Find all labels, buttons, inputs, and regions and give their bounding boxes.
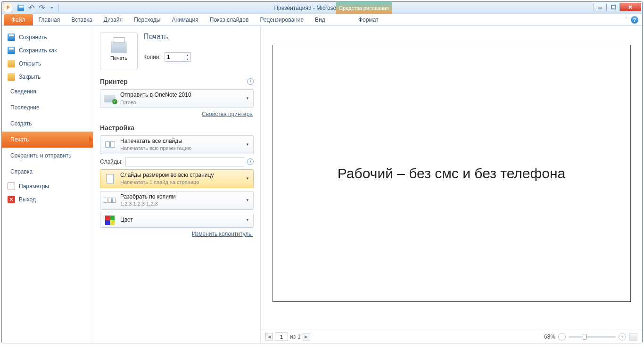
printer-name: Отправить в OneNote 2010 (120, 91, 242, 99)
tab-slideshow[interactable]: Показ слайдов (204, 15, 255, 25)
zoom-thumb[interactable] (583, 334, 586, 340)
prev-page-button[interactable]: ◀ (265, 333, 273, 340)
copies-label: Копии: (143, 54, 161, 60)
printer-section-header: Принтер (100, 78, 128, 85)
info-icon[interactable]: i (247, 78, 254, 85)
nav-options[interactable]: Параметры (2, 180, 93, 193)
window-controls (594, 3, 641, 11)
nav-exit[interactable]: ✕Выход (2, 193, 93, 206)
ribbon-tabs: Файл Главная Вставка Дизайн Переходы Ани… (2, 14, 642, 26)
svg-rect-1 (611, 5, 615, 9)
tab-view[interactable]: Вид (309, 15, 331, 25)
maximize-button[interactable] (607, 3, 620, 11)
exit-icon: ✕ (8, 196, 15, 203)
nav-label: Открыть (19, 60, 41, 67)
nav-help[interactable]: Справка (2, 164, 93, 180)
spinner-up-icon[interactable]: ▲ (184, 53, 190, 57)
color-swatch-icon (105, 216, 115, 225)
nav-save-as[interactable]: Сохранить как (2, 44, 93, 57)
nav-label: Параметры (19, 183, 49, 190)
slides-stack-icon (105, 141, 115, 148)
printer-selector[interactable]: Отправить в OneNote 2010 Готово ▼ (100, 89, 254, 108)
combo-title: Слайды размером во всю страницу (120, 172, 242, 179)
slides-range-input[interactable] (125, 157, 244, 166)
nav-label: Сохранить (19, 34, 47, 41)
page-total: 1 (297, 333, 301, 340)
options-icon (8, 183, 15, 190)
zoom-out-button[interactable]: − (558, 333, 566, 340)
folder-close-icon (8, 73, 15, 81)
nav-print[interactable]: Печать (2, 132, 93, 148)
qat-separator (58, 4, 59, 12)
svg-rect-0 (598, 8, 602, 8)
tab-transitions[interactable]: Переходы (128, 15, 166, 25)
next-page-button[interactable]: ▶ (303, 333, 310, 340)
nav-open[interactable]: Открыть (2, 57, 93, 70)
app-icon: P (4, 4, 12, 12)
color-selector[interactable]: Цвет ▼ (100, 213, 254, 228)
chevron-down-icon: ▼ (246, 142, 249, 147)
page-separator: из (290, 333, 296, 340)
zoom-in-button[interactable]: + (619, 333, 626, 340)
printer-small-icon (104, 95, 116, 102)
print-button[interactable]: Печать (100, 33, 138, 69)
chevron-down-icon: ▼ (246, 218, 249, 222)
combo-title: Напечатать все слайды (120, 138, 242, 145)
minimize-ribbon-icon[interactable]: ˆ (626, 17, 627, 23)
help-icon[interactable]: ? (631, 16, 638, 24)
printer-status: Готово (120, 99, 242, 106)
close-button[interactable] (620, 3, 641, 11)
slide-preview: Рабочий – без смс и без телефона (272, 45, 631, 302)
tab-home[interactable]: Главная (33, 15, 66, 25)
nav-label: Сведения (10, 88, 36, 95)
print-layout-selector[interactable]: Слайды размером во всю страницу Напечата… (100, 169, 254, 188)
print-what-selector[interactable]: Напечатать все слайды Напечатать всю пре… (100, 135, 254, 154)
nav-new[interactable]: Создать (2, 116, 93, 132)
combo-title: Цвет (120, 216, 242, 224)
title-bar: P ↶ ↷ ▾ Презентация3 - Microsoft PowerPo… (2, 2, 642, 14)
tab-file[interactable]: Файл (4, 14, 33, 25)
nav-label: Справка (10, 168, 33, 175)
nav-recent[interactable]: Последние (2, 100, 93, 116)
collate-selector[interactable]: Разобрать по копиям 1,2,3 1,2,3 1,2,3 ▼ (100, 191, 254, 210)
nav-label: Сохранить и отправить (10, 152, 72, 159)
page-number-input[interactable] (275, 332, 288, 341)
qat-undo-icon[interactable]: ↶ (26, 3, 36, 13)
preview-footer: ◀ из 1 ▶ 68% − + (261, 330, 642, 343)
copies-input[interactable] (165, 53, 184, 61)
qat-redo-icon[interactable]: ↷ (37, 3, 46, 13)
nav-save[interactable]: Сохранить (2, 31, 93, 44)
print-header: Печать (143, 33, 191, 41)
minimize-button[interactable] (594, 3, 607, 11)
zoom-fit-button[interactable] (629, 333, 637, 340)
info-icon[interactable]: i (247, 158, 254, 165)
edit-headers-link[interactable]: Изменить колонтитулы (192, 231, 253, 237)
collate-icon (104, 198, 116, 203)
chevron-down-icon: ▼ (246, 198, 249, 202)
nav-save-send[interactable]: Сохранить и отправить (2, 148, 93, 164)
combo-subtitle: Напечатать 1 слайд на странице (120, 179, 242, 185)
save-icon (8, 33, 15, 41)
tab-design[interactable]: Дизайн (98, 15, 128, 25)
tab-review[interactable]: Рецензирование (254, 15, 309, 25)
quick-access-toolbar: ↶ ↷ ▾ (16, 3, 60, 13)
tab-animations[interactable]: Анимация (166, 15, 204, 25)
printer-properties-link[interactable]: Свойства принтера (202, 111, 253, 117)
chevron-down-icon: ▼ (246, 176, 249, 181)
copies-spinner[interactable]: ▲▼ (165, 52, 191, 62)
nav-info[interactable]: Сведения (2, 83, 93, 100)
slides-range-label: Слайды: (100, 158, 123, 165)
zoom-slider[interactable] (569, 336, 616, 338)
combo-title: Разобрать по копиям (120, 193, 242, 201)
tab-format[interactable]: Формат (353, 15, 384, 25)
nav-close[interactable]: Закрыть (2, 70, 93, 83)
printer-icon (111, 41, 127, 53)
qat-customize-caret-icon[interactable]: ▾ (47, 3, 57, 13)
nav-label: Выход (19, 196, 36, 203)
zoom-level: 68% (544, 333, 555, 340)
tab-insert[interactable]: Вставка (66, 15, 98, 25)
print-button-label: Печать (110, 55, 127, 61)
spinner-down-icon[interactable]: ▼ (184, 57, 190, 61)
qat-save-icon[interactable] (16, 3, 25, 13)
nav-label: Печать (10, 136, 29, 143)
